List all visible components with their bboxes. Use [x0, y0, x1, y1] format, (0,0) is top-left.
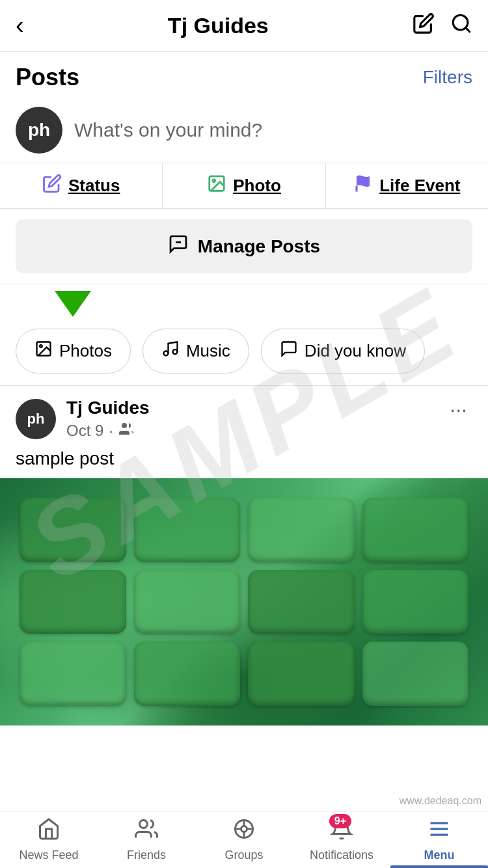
key-7 — [248, 570, 355, 634]
arrow-indicator — [0, 284, 488, 317]
manage-posts-button[interactable]: Manage Posts — [16, 219, 472, 273]
nav-friends-label: Friends — [127, 848, 166, 862]
notification-badge: 9+ — [329, 814, 351, 828]
menu-active-bar — [390, 865, 488, 868]
key-3 — [248, 498, 355, 562]
filters-button[interactable]: Filters — [423, 67, 472, 88]
status-icon — [42, 174, 62, 198]
bottom-nav: News Feed Friends Groups — [0, 811, 488, 868]
mind-bar: ph What's on your mind? — [0, 98, 488, 163]
action-row: Status Photo Life Event — [0, 163, 488, 209]
chip-photos-label: Photos — [59, 341, 112, 361]
mind-input[interactable]: What's on your mind? — [74, 119, 472, 141]
key-4 — [362, 498, 469, 562]
svg-line-1 — [466, 27, 470, 31]
key-6 — [134, 570, 241, 634]
svg-point-9 — [172, 349, 177, 354]
manage-posts-label: Manage Posts — [198, 236, 320, 257]
photo-label: Photo — [233, 176, 281, 196]
manage-posts-container: Manage Posts — [0, 209, 488, 284]
key-9 — [20, 642, 126, 706]
key-12 — [362, 642, 469, 706]
site-credit: www.dedeaq.com — [400, 795, 481, 807]
chip-music[interactable]: Music — [142, 329, 249, 373]
avatar-initials: ph — [28, 120, 50, 141]
post-more-button[interactable]: ··· — [444, 398, 472, 422]
post-avatar: ph — [16, 399, 56, 439]
photo-button[interactable]: Photo — [163, 163, 325, 208]
filter-chips: Photos Music Did you know — [0, 317, 488, 386]
chip-music-label: Music — [186, 341, 230, 361]
music-chip-icon — [161, 340, 180, 362]
chip-did-you-know-label: Did you know — [305, 341, 406, 361]
did-you-know-icon — [280, 340, 298, 362]
nav-menu[interactable]: Menu — [390, 811, 488, 868]
back-button[interactable]: ‹ — [16, 12, 24, 40]
page-title: Tj Guides — [168, 13, 269, 38]
post-image — [0, 478, 488, 726]
nav-menu-label: Menu — [424, 848, 455, 862]
green-arrow-icon — [55, 291, 91, 317]
post-author-info: ph Tj Guides Oct 9 · — [16, 398, 150, 441]
chip-photos[interactable]: Photos — [16, 329, 131, 373]
header-icons — [413, 12, 472, 40]
nav-news-feed[interactable]: News Feed — [0, 811, 98, 868]
header: ‹ Tj Guides — [0, 0, 488, 52]
svg-point-13 — [241, 826, 247, 832]
groups-icon — [232, 817, 256, 846]
svg-point-11 — [140, 821, 148, 828]
key-10 — [134, 642, 241, 706]
post-body: sample post — [16, 448, 472, 478]
post-item: ph Tj Guides Oct 9 · — [0, 386, 488, 478]
key-11 — [248, 642, 355, 706]
nav-groups[interactable]: Groups — [195, 811, 293, 868]
post-author-name: Tj Guides — [66, 398, 150, 418]
life-event-button[interactable]: Life Event — [326, 163, 488, 208]
posts-title: Posts — [16, 64, 79, 91]
post-friends-icon — [118, 421, 134, 441]
svg-point-8 — [163, 351, 168, 356]
nav-notifications[interactable]: 9+ Notifications — [293, 811, 390, 868]
post-privacy-icon: · — [109, 422, 113, 440]
nav-notifications-label: Notifications — [310, 848, 373, 862]
life-event-label: Life Event — [379, 176, 460, 196]
key-2 — [134, 498, 241, 562]
friends-icon — [135, 817, 158, 846]
post-date: Oct 9 · — [66, 421, 150, 441]
status-button[interactable]: Status — [0, 163, 163, 208]
life-event-icon — [353, 174, 373, 198]
nav-friends[interactable]: Friends — [98, 811, 195, 868]
key-grid — [0, 478, 488, 726]
nav-groups-label: Groups — [224, 848, 263, 862]
news-feed-icon — [37, 817, 61, 846]
manage-posts-icon — [168, 234, 189, 259]
key-1 — [20, 498, 126, 562]
edit-icon[interactable] — [413, 12, 435, 40]
chip-did-you-know[interactable]: Did you know — [261, 329, 425, 373]
key-8 — [362, 570, 469, 634]
key-5 — [20, 570, 126, 634]
nav-news-feed-label: News Feed — [19, 848, 78, 862]
search-icon[interactable] — [450, 12, 472, 40]
post-meta-block: Tj Guides Oct 9 · — [66, 398, 150, 441]
posts-header: Posts Filters — [0, 52, 488, 98]
svg-point-10 — [122, 423, 127, 428]
svg-point-7 — [40, 345, 42, 347]
status-label: Status — [68, 176, 120, 196]
post-header: ph Tj Guides Oct 9 · — [16, 398, 472, 441]
user-avatar: ph — [16, 107, 62, 154]
svg-point-3 — [213, 180, 215, 182]
photos-chip-icon — [34, 340, 53, 362]
menu-icon — [427, 817, 451, 846]
photo-icon — [207, 174, 226, 198]
